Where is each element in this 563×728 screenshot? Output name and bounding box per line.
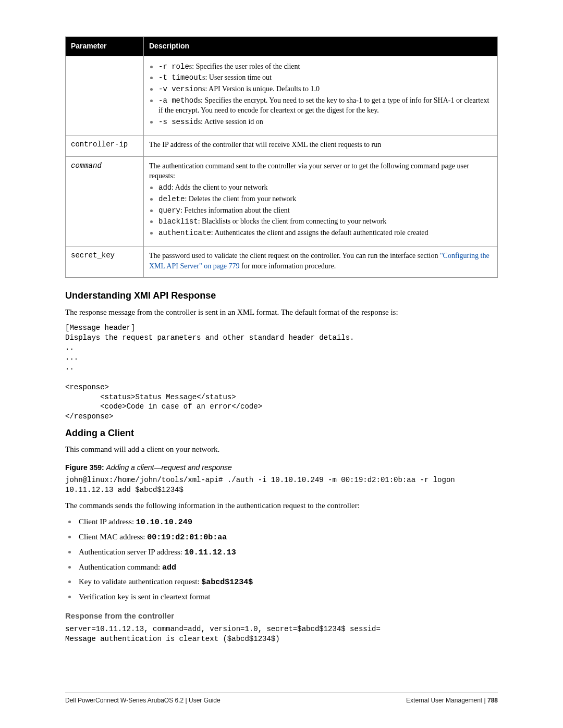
item-text: s: User session time out xyxy=(202,73,272,81)
desc-cell: The authentication command sent to the c… xyxy=(144,156,498,246)
table-row: controller-ip The IP address of the cont… xyxy=(66,135,498,156)
list-item: Authentication command: add xyxy=(65,562,498,574)
footer-section: External User Management xyxy=(406,697,482,704)
footer-left: Dell PowerConnect W-Series ArubaOS 6.2 |… xyxy=(65,696,221,705)
code-block: server=10.11.12.13, command=add, version… xyxy=(65,624,498,644)
code-block: john@linux:/home/john/tools/xml-api# ./a… xyxy=(65,475,498,495)
code-inline: 10.11.12.13 xyxy=(185,548,236,557)
code-inline: -r role xyxy=(158,63,189,71)
code-inline: -t timeout xyxy=(158,73,202,82)
paragraph: The response message from the controller… xyxy=(65,307,498,318)
param-cell: command xyxy=(66,156,144,246)
code-inline: add xyxy=(162,563,176,572)
item-text: : Fetches information about the client xyxy=(180,206,290,214)
desc-cell: The IP address of the controller that wi… xyxy=(144,135,498,156)
code-inline: authenticate xyxy=(158,229,211,237)
heading-response-controller: Response from the controller xyxy=(65,610,498,621)
heading-understanding-response: Understanding XMl API Response xyxy=(65,289,498,302)
item-text: s: Specifies the encrypt. You need to se… xyxy=(158,96,489,114)
figure-caption: Figure 359: Adding a client—request and … xyxy=(65,463,498,473)
item-text: Authentication server IP address: xyxy=(79,548,182,556)
item-text: s: Specifies the user roles of the clien… xyxy=(189,63,300,70)
code-inline: -s sessid xyxy=(158,118,198,126)
table-row: secret_key The password used to validate… xyxy=(66,246,498,278)
footer-right: External User Management | 788 xyxy=(406,696,498,705)
figure-text: Adding a client—request and response xyxy=(106,463,232,472)
item-text: Authentication command: xyxy=(79,563,160,571)
list-item: Verification key is sent in cleartext fo… xyxy=(65,591,498,603)
code-inline: -a method xyxy=(158,96,198,105)
list-item: Key to validate authentication request: … xyxy=(65,576,498,588)
item-text: : Deletes the client from your network xyxy=(185,195,296,203)
param-cell: controller-ip xyxy=(66,135,144,156)
code-inline: blacklist xyxy=(158,217,198,226)
desc-cell: The password used to validate the client… xyxy=(144,246,498,278)
item-text: for more information procedure. xyxy=(240,262,336,270)
item-text: : Adds the client to your network xyxy=(172,183,267,191)
page-number: 788 xyxy=(487,697,498,704)
item-text: Client MAC address: xyxy=(79,533,145,541)
page-footer: Dell PowerConnect W-Series ArubaOS 6.2 |… xyxy=(65,693,498,705)
code-inline: query xyxy=(158,206,180,215)
th-parameter: Parameter xyxy=(66,37,144,56)
code-inline: 00:19:d2:01:0b:aa xyxy=(147,533,227,542)
param-cell: secret_key xyxy=(66,246,144,278)
param-cell xyxy=(66,56,144,135)
table-row: -r roles: Specifies the user roles of th… xyxy=(66,56,498,135)
item-text: : Authenticates the client and assigns t… xyxy=(211,229,429,237)
parameters-table: Parameter Description -r roles: Specifie… xyxy=(65,36,498,278)
paragraph: The commands sends the following informa… xyxy=(65,500,498,512)
list-item: Authentication server IP address: 10.11.… xyxy=(65,547,498,559)
item-text: Client IP address: xyxy=(79,517,134,526)
heading-adding-client: Adding a Client xyxy=(65,427,498,440)
item-text: Verification key is sent in cleartext fo… xyxy=(79,593,210,601)
code-inline: delete xyxy=(158,195,185,203)
item-text: s: API Version is unique. Defaults to 1.… xyxy=(202,85,320,93)
list-item: Client MAC address: 00:19:d2:01:0b:aa xyxy=(65,532,498,544)
table-row: command The authentication command sent … xyxy=(66,156,498,246)
code-inline: $abcd$1234$ xyxy=(201,578,253,587)
th-description: Description xyxy=(144,37,498,56)
item-text: : Blacklists or blocks the client from c… xyxy=(198,217,387,225)
code-inline: 10.10.10.249 xyxy=(136,518,192,527)
figure-label: Figure 359: xyxy=(65,463,104,472)
item-text: Key to validate authentication request: xyxy=(79,577,200,586)
desc-cell: -r roles: Specifies the user roles of th… xyxy=(144,56,498,135)
item-text: The authentication command sent to the c… xyxy=(149,162,469,180)
item-text: s: Active session id on xyxy=(198,118,263,126)
code-inline: add xyxy=(158,183,172,192)
code-block: [Message header] Displays the request pa… xyxy=(65,323,498,422)
list-item: Client IP address: 10.10.10.249 xyxy=(65,516,498,528)
info-list: Client IP address: 10.10.10.249 Client M… xyxy=(65,516,498,603)
code-inline: -v version xyxy=(158,85,202,93)
paragraph: This command will add a client on your n… xyxy=(65,444,498,455)
item-text: The password used to validate the client… xyxy=(149,252,438,260)
